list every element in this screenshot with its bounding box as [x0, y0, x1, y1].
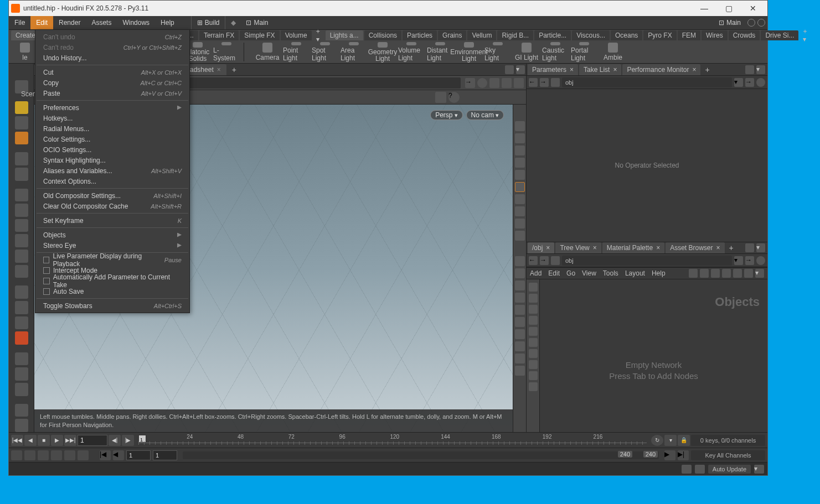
checkbox-icon[interactable] [43, 267, 50, 274]
folder-icon[interactable] [551, 78, 560, 87]
tab-asset-browser[interactable]: Asset Browser× [666, 242, 724, 253]
pane-menu-icon[interactable]: ▾ [756, 65, 765, 74]
menuitem-aliases-variables[interactable]: Aliases and Variables...Alt+Shift+V [35, 165, 189, 176]
vpr-9-icon[interactable] [515, 219, 525, 228]
vpr-20-icon[interactable] [515, 366, 525, 376]
tool-tag-icon[interactable] [15, 132, 28, 145]
range-tool-6-icon[interactable] [78, 450, 89, 460]
network-canvas[interactable]: Objects Empty Network Press Tab to Add N… [540, 279, 767, 432]
ns-9-icon[interactable] [529, 371, 538, 380]
shelf-tab-rigidb[interactable]: Rigid B... [497, 30, 533, 40]
minimize-button[interactable]: — [692, 1, 716, 15]
range-tool-4-icon[interactable] [51, 450, 62, 460]
shelf-tab-terrain[interactable]: Terrain FX [199, 30, 239, 40]
update-icon[interactable] [747, 19, 755, 27]
menuitem-undo-history[interactable]: Undo History... [35, 53, 189, 63]
menu-file[interactable]: File [9, 16, 30, 29]
checkbox-icon[interactable] [43, 278, 50, 284]
first-frame-button[interactable]: |◀◀ [11, 435, 23, 446]
pin-icon[interactable]: → [745, 78, 754, 87]
add-pane-tab-button[interactable]: + [702, 65, 713, 74]
step-fwd-button[interactable]: |▶ [122, 435, 134, 446]
pane-expand-icon[interactable] [745, 65, 754, 74]
tool-a-icon[interactable] [15, 189, 28, 202]
range-start[interactable]: 1 [126, 450, 151, 460]
ns-8-icon[interactable] [529, 360, 538, 369]
menu-help[interactable]: Help [155, 16, 180, 29]
vpr-8-icon[interactable] [515, 206, 525, 216]
pane-expand-icon[interactable] [505, 65, 514, 74]
net-wrench-icon[interactable] [689, 269, 698, 278]
tool-camera[interactable]: Camera [254, 41, 281, 63]
net-list-icon[interactable] [700, 269, 709, 278]
menu-render[interactable]: Render [53, 16, 86, 29]
shelf-tab-pyrofx[interactable]: Pyro FX [643, 30, 676, 40]
range-slider[interactable]: 240 240 [183, 451, 659, 459]
tool-diamond-icon[interactable] [15, 116, 28, 129]
menuitem-ocio-settings[interactable]: OCIO Settings... [35, 144, 189, 155]
net-menu-help[interactable]: Help [652, 269, 666, 277]
tool-skylight[interactable]: Sky Light [484, 41, 512, 63]
tool-m-icon[interactable] [15, 404, 28, 417]
shelf-tab-wires[interactable]: Wires [702, 30, 728, 40]
back-icon[interactable]: ← [529, 78, 538, 87]
audio-icon[interactable]: ↻ [651, 435, 663, 446]
vpr-16-icon[interactable] [515, 317, 525, 327]
tool-e-icon[interactable] [15, 250, 28, 263]
tool-lock-icon[interactable] [15, 168, 28, 181]
menuitem-radial-menus[interactable]: Radial Menus... [35, 123, 189, 134]
stop-button[interactable]: ■ [38, 435, 50, 446]
shelf-tab-particle[interactable]: Particle... [534, 30, 571, 40]
net-menu-edit[interactable]: Edit [548, 269, 560, 277]
shelf-tab-simplefx[interactable]: Simple FX [240, 30, 279, 40]
tab-perf-monitor[interactable]: Performance Monitor× [622, 64, 700, 75]
vp-help-icon[interactable]: ? [448, 92, 460, 103]
tool-b-icon[interactable] [15, 204, 28, 217]
pane-menu-icon[interactable]: ▾ [756, 243, 765, 252]
add-pane-tab-button[interactable]: + [726, 243, 737, 252]
folder-icon[interactable] [551, 256, 560, 265]
menu-windows[interactable]: Windows [117, 16, 155, 29]
menuitem-old-compositor-settings[interactable]: Old Compositor Settings...Alt+Shift+I [35, 190, 189, 201]
range-last-icon[interactable]: ▶| [678, 450, 689, 460]
shelf-tab-fem[interactable]: FEM [678, 30, 700, 40]
net-view1-icon[interactable] [711, 269, 720, 278]
range-start2[interactable]: 1 [153, 450, 177, 460]
tool-j-icon[interactable] [15, 352, 28, 366]
tool-n-icon[interactable] [15, 419, 28, 432]
ns-4-icon[interactable] [529, 316, 538, 325]
shelf-add-tab-right[interactable]: + ▾ [800, 28, 810, 43]
vpr-lock-icon[interactable] [515, 146, 525, 155]
network-path[interactable]: obj [562, 256, 732, 266]
checkbox-icon[interactable] [43, 288, 50, 295]
fwd-icon[interactable]: → [540, 256, 549, 265]
desktop-selector[interactable]: ⊞ Build [191, 16, 226, 29]
tab-close-icon[interactable]: × [613, 64, 617, 75]
tool-d-icon[interactable] [15, 234, 28, 247]
vpr-17-icon[interactable] [515, 329, 525, 339]
vpr-13-icon[interactable] [515, 280, 525, 290]
timeline[interactable]: 1 24 48 72 96 120 144 168 192 216 [138, 435, 647, 446]
play-back-button[interactable]: ◀ [24, 435, 37, 446]
tool-f-icon[interactable] [15, 265, 28, 278]
menuitem-paste[interactable]: PasteAlt+V or Ctrl+V [35, 88, 189, 98]
tab-close-icon[interactable]: × [692, 64, 696, 75]
menuitem-live-param-display[interactable]: Live Parameter Display during PlaybackPa… [35, 254, 189, 265]
status-1-icon[interactable] [682, 465, 692, 474]
menuitem-syntax-highlighting[interactable]: Syntax Highlighting... [35, 155, 189, 165]
network-body[interactable]: Objects Empty Network Press Tab to Add N… [527, 279, 767, 432]
net-menu-view[interactable]: View [582, 269, 596, 277]
menuitem-stereo-eye[interactable]: Stereo Eye [35, 240, 189, 251]
vpr-6-icon[interactable] [515, 182, 525, 192]
menuitem-preferences[interactable]: Preferences [35, 102, 189, 113]
ns-1-icon[interactable] [529, 283, 538, 292]
net-menu-layout[interactable]: Layout [625, 269, 645, 277]
tool-geomlight[interactable]: Geometry Light [369, 41, 396, 63]
vpr-10-icon[interactable] [515, 231, 525, 241]
shelf-tab-particles[interactable]: Particles [403, 30, 437, 40]
cube-icon[interactable] [489, 78, 499, 88]
tool-i-icon[interactable] [15, 316, 28, 330]
ns-2-icon[interactable] [529, 294, 538, 303]
net-view4-icon[interactable] [744, 269, 753, 278]
menuitem-auto-add-param[interactable]: Automatically Add Parameter to Current T… [35, 276, 189, 286]
